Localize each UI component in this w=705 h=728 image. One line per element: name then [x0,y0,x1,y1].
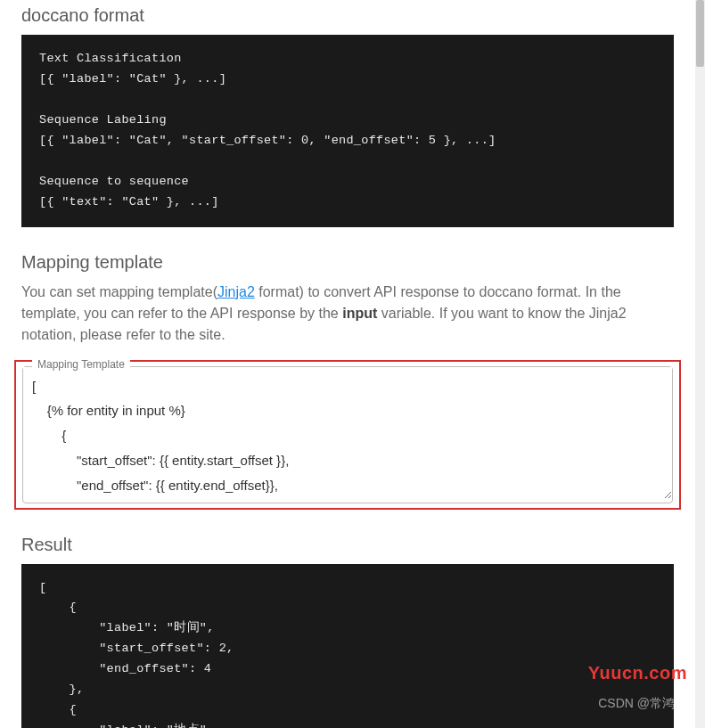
mapping-template-textarea[interactable] [23,367,672,499]
result-heading: Result [21,535,674,555]
page-scrollbar-track[interactable] [695,0,705,728]
desc-text-pre: You can set mapping template( [21,284,217,299]
mapping-template-legend: Mapping Template [32,358,130,371]
mapping-template-highlight-box: Mapping Template [14,360,681,510]
jinja2-link[interactable]: Jinja2 [217,284,255,299]
doccano-format-heading: doccano format [21,5,674,26]
mapping-template-fieldset: Mapping Template [22,366,673,503]
mapping-template-heading: Mapping template [21,252,674,273]
csdn-watermark: CSDN @常鸿宇 [598,696,687,712]
page-scrollbar-thumb[interactable] [696,0,704,67]
doccano-code-block: Text Classification [{ "label": "Cat" },… [21,35,674,227]
result-code-block: [ { "label": "时间", "start_offset": 2, "e… [21,564,674,729]
mapping-description: You can set mapping template(Jinja2 form… [21,282,674,346]
input-bold: input [342,306,377,321]
yuucn-watermark: Yuucn.com [588,663,687,683]
